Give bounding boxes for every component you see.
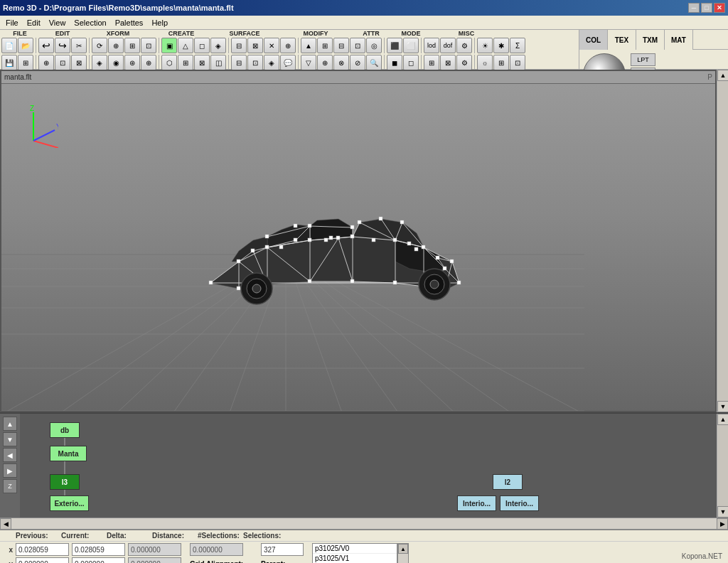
menu-file[interactable]: File bbox=[1, 17, 23, 28]
viewport-3d[interactable]: Z X Y bbox=[1, 84, 715, 411]
tb-cr8[interactable]: ◫ bbox=[210, 55, 226, 70]
selections-count-value[interactable] bbox=[261, 543, 304, 556]
tab-txm[interactable]: TXM bbox=[636, 30, 665, 50]
tb-sf5[interactable]: ⊟ bbox=[231, 55, 247, 70]
tb-surf3[interactable]: ✕ bbox=[264, 38, 279, 53]
tb-surf2[interactable]: ⊠ bbox=[247, 38, 263, 53]
menu-help[interactable]: Help bbox=[147, 17, 172, 28]
sel-scroll-up[interactable]: ▲ bbox=[398, 544, 408, 554]
hierarchy-scrollbar[interactable]: ▲ ▼ bbox=[717, 414, 728, 518]
tb-cr5[interactable]: ⬡ bbox=[161, 55, 177, 70]
tb-mode1[interactable]: lod bbox=[424, 38, 439, 53]
tb-edit6[interactable]: ⊠ bbox=[71, 55, 87, 70]
tb-mod4[interactable]: ⊡ bbox=[350, 38, 365, 53]
tb-create4[interactable]: ◈ bbox=[210, 38, 226, 53]
nav-up[interactable]: ▲ bbox=[3, 417, 17, 431]
tb-sf6[interactable]: ⊡ bbox=[247, 55, 263, 70]
node-manta[interactable]: Manta bbox=[50, 446, 87, 461]
delta-y-field[interactable] bbox=[128, 557, 181, 563]
scroll-up-button[interactable]: ▲ bbox=[717, 70, 728, 81]
tb-xf6[interactable]: ◉ bbox=[108, 55, 124, 70]
viewport[interactable]: manta.flt P bbox=[0, 70, 717, 412]
tb-mod3[interactable]: ⊟ bbox=[333, 38, 349, 53]
tb-mod5[interactable]: ◎ bbox=[366, 38, 382, 53]
node-interior1[interactable]: Interio... bbox=[457, 495, 496, 511]
nav-right[interactable]: ▶ bbox=[3, 463, 17, 478]
tb-edit4[interactable]: ⊕ bbox=[38, 55, 54, 70]
tb-undo[interactable]: ↩ bbox=[38, 38, 54, 53]
scroll-down-button[interactable]: ▼ bbox=[717, 401, 728, 412]
tb-cr6[interactable]: ⊞ bbox=[178, 55, 193, 70]
tb-save[interactable]: 💾 bbox=[1, 55, 17, 70]
node-l3[interactable]: l3 bbox=[50, 474, 80, 490]
tb-misc3[interactable]: Σ bbox=[510, 38, 525, 53]
tb-cr7[interactable]: ⊠ bbox=[194, 55, 210, 70]
tb-xform3[interactable]: ⊞ bbox=[124, 38, 140, 53]
menu-palettes[interactable]: Palettes bbox=[111, 17, 148, 28]
delta-x-field[interactable] bbox=[128, 543, 181, 556]
distance-value-field[interactable] bbox=[190, 543, 243, 556]
tb-attr2[interactable]: ⬜ bbox=[403, 38, 419, 53]
tb-m8[interactable]: ⊗ bbox=[333, 55, 349, 70]
tb-surf4[interactable]: ⊕ bbox=[280, 38, 296, 53]
tb-mod2[interactable]: ⊞ bbox=[317, 38, 333, 53]
tb-sf8[interactable]: 💬 bbox=[280, 55, 296, 70]
tab-col[interactable]: COL bbox=[579, 30, 608, 50]
horizontal-scrollbar[interactable]: ◀ ▶ bbox=[0, 518, 728, 529]
tb-misc2[interactable]: ✱ bbox=[493, 38, 509, 53]
tb-at4[interactable]: ◻ bbox=[403, 55, 419, 70]
tab-tex[interactable]: TEX bbox=[608, 30, 636, 50]
tb-m6[interactable]: ▽ bbox=[301, 55, 316, 70]
selections-scrollbar[interactable]: ▲ ▼ bbox=[397, 543, 409, 563]
lpt-button[interactable]: LPT bbox=[631, 53, 655, 66]
tab-mat[interactable]: MAT bbox=[665, 30, 693, 50]
tb-at3[interactable]: ◼ bbox=[387, 55, 402, 70]
tb-ms4[interactable]: ☼ bbox=[477, 55, 493, 70]
hscroll-right[interactable]: ▶ bbox=[717, 518, 728, 530]
tb-ms6[interactable]: ⊡ bbox=[510, 55, 525, 70]
current-y-field[interactable] bbox=[72, 557, 125, 563]
tb-redo[interactable]: ↪ bbox=[55, 38, 70, 53]
hier-scroll-up[interactable]: ▲ bbox=[717, 414, 728, 425]
tb-m7[interactable]: ⊕ bbox=[317, 55, 333, 70]
tb-save2[interactable]: ⊞ bbox=[18, 55, 33, 70]
tb-ms5[interactable]: ⊞ bbox=[493, 55, 509, 70]
tb-xform2[interactable]: ⊕ bbox=[108, 38, 124, 53]
tb-xf8[interactable]: ⊕ bbox=[141, 55, 156, 70]
minimize-button[interactable]: ─ bbox=[688, 3, 700, 13]
node-interior2[interactable]: Interio... bbox=[500, 495, 539, 511]
hier-scroll-down[interactable]: ▼ bbox=[717, 506, 728, 518]
tb-md5[interactable]: ⊠ bbox=[440, 55, 456, 70]
menu-edit[interactable]: Edit bbox=[23, 17, 45, 28]
tb-new[interactable]: 📄 bbox=[1, 38, 17, 53]
tb-md6[interactable]: ⚙ bbox=[456, 55, 472, 70]
tb-attr1[interactable]: ⬛ bbox=[387, 38, 402, 53]
tb-mode2[interactable]: dof bbox=[440, 38, 456, 53]
tb-misc1[interactable]: ☀ bbox=[477, 38, 493, 53]
tb-m9[interactable]: ⊘ bbox=[350, 55, 365, 70]
tb-surf1[interactable]: ⊟ bbox=[231, 38, 247, 53]
tb-md4[interactable]: ⊞ bbox=[424, 55, 439, 70]
tb-edit3[interactable]: ✂ bbox=[71, 38, 87, 53]
node-db[interactable]: db bbox=[50, 422, 80, 438]
hscroll-left[interactable]: ◀ bbox=[0, 518, 11, 530]
tb-xf7[interactable]: ⊛ bbox=[124, 55, 140, 70]
nav-left[interactable]: ◀ bbox=[3, 448, 17, 462]
tb-xform1[interactable]: ⟳ bbox=[92, 38, 107, 53]
nav-z[interactable]: Z bbox=[3, 479, 17, 493]
maximize-button[interactable]: □ bbox=[701, 3, 712, 13]
tb-xf5[interactable]: ◈ bbox=[92, 55, 107, 70]
previous-x-field[interactable] bbox=[16, 543, 69, 556]
menu-view[interactable]: View bbox=[45, 17, 70, 28]
tb-xform4[interactable]: ⊡ bbox=[141, 38, 156, 53]
tb-create3[interactable]: ◻ bbox=[194, 38, 210, 53]
tb-sf7[interactable]: ◈ bbox=[264, 55, 279, 70]
tb-edit5[interactable]: ⊡ bbox=[55, 55, 70, 70]
tb-open[interactable]: 📂 bbox=[18, 38, 33, 53]
node-l2[interactable]: l2 bbox=[493, 474, 523, 490]
nav-down[interactable]: ▼ bbox=[3, 432, 17, 446]
menu-selection[interactable]: Selection bbox=[70, 17, 110, 28]
tb-create1[interactable]: ▣ bbox=[161, 38, 177, 53]
window-controls[interactable]: ─ □ ✕ bbox=[688, 3, 725, 13]
tb-mode3[interactable]: ⚙ bbox=[456, 38, 472, 53]
